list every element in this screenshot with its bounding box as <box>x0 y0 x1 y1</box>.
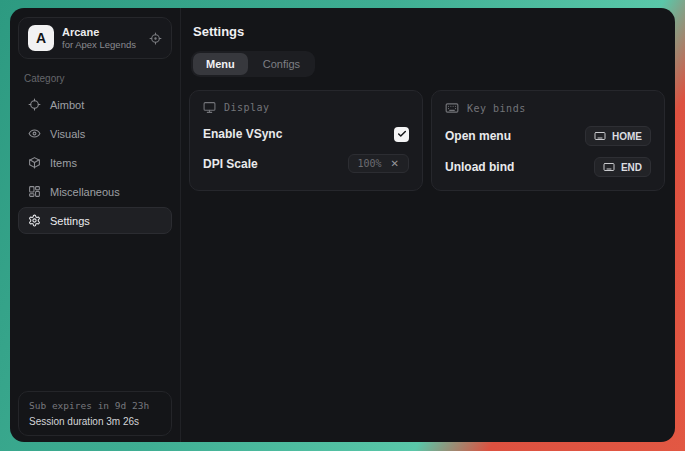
keyboard-icon <box>603 161 615 173</box>
app-window: A Arcane for Apex Legends Category Aimbo… <box>10 8 675 442</box>
sidebar-item-items[interactable]: Items <box>18 149 172 176</box>
target-icon[interactable] <box>149 32 162 45</box>
dpi-label: DPI Scale <box>203 157 258 171</box>
tab-bar: Menu Configs <box>191 51 315 77</box>
sidebar-item-label: Aimbot <box>50 99 84 111</box>
open-menu-label: Open menu <box>445 129 511 143</box>
cube-icon <box>28 156 41 169</box>
monitor-icon <box>203 101 216 114</box>
crosshair-icon <box>28 98 41 111</box>
dpi-row: DPI Scale 100% ✕ <box>203 154 409 173</box>
app-logo: A <box>28 25 54 51</box>
gear-icon <box>28 214 41 227</box>
eye-icon <box>28 127 41 140</box>
sidebar: A Arcane for Apex Legends Category Aimbo… <box>10 8 181 442</box>
keybinds-card-header: Key binds <box>445 101 651 115</box>
open-menu-bind-button[interactable]: HOME <box>585 126 651 146</box>
display-card: Display Enable VSync DPI Scale 100% ✕ <box>189 90 423 191</box>
sidebar-item-miscellaneous[interactable]: Miscellaneous <box>18 178 172 205</box>
page-title: Settings <box>193 24 665 39</box>
app-subtitle: for Apex Legends <box>62 40 136 50</box>
app-brand-card: A Arcane for Apex Legends <box>18 17 172 59</box>
dpi-value[interactable]: 100% <box>349 155 386 172</box>
category-label: Category <box>24 73 166 84</box>
app-title: Arcane <box>62 26 136 38</box>
sidebar-item-label: Items <box>50 157 77 169</box>
open-menu-row: Open menu HOME <box>445 126 651 146</box>
display-card-header: Display <box>203 101 409 114</box>
sidebar-item-label: Settings <box>50 215 90 227</box>
vsync-checkbox[interactable] <box>394 127 409 142</box>
unload-bind-key: END <box>621 162 642 173</box>
app-brand-text: Arcane for Apex Legends <box>62 26 136 51</box>
unload-bind-row: Unload bind END <box>445 157 651 177</box>
sidebar-item-label: Visuals <box>50 128 85 140</box>
unload-bind-button[interactable]: END <box>594 157 651 177</box>
keyboard-icon <box>594 130 606 142</box>
sidebar-item-label: Miscellaneous <box>50 186 120 198</box>
sub-expires-text: Sub expires in 9d 23h <box>29 400 161 411</box>
vsync-label: Enable VSync <box>203 127 282 141</box>
open-menu-bind-key: HOME <box>612 131 642 142</box>
unload-bind-label: Unload bind <box>445 160 514 174</box>
keyboard-icon <box>445 101 459 115</box>
keybinds-card-title: Key binds <box>467 103 526 114</box>
keybinds-card: Key binds Open menu HOME Unload bin <box>431 90 665 191</box>
sidebar-item-settings[interactable]: Settings <box>18 207 172 234</box>
subscription-info-box: Sub expires in 9d 23h Session duration 3… <box>18 391 172 436</box>
tab-configs[interactable]: Configs <box>250 53 313 75</box>
dpi-scale-input[interactable]: 100% ✕ <box>348 154 409 173</box>
clear-icon[interactable]: ✕ <box>386 155 408 172</box>
settings-cards: Display Enable VSync DPI Scale 100% ✕ <box>189 90 665 191</box>
session-duration-text: Session duration 3m 26s <box>29 416 161 427</box>
tab-menu[interactable]: Menu <box>193 53 248 75</box>
grid-icon <box>28 185 41 198</box>
sidebar-item-aimbot[interactable]: Aimbot <box>18 91 172 118</box>
check-icon <box>397 129 407 139</box>
main-content: Settings Menu Configs Display Enable VSy… <box>181 8 675 442</box>
display-card-title: Display <box>224 102 270 113</box>
vsync-row: Enable VSync <box>203 125 409 143</box>
sidebar-item-visuals[interactable]: Visuals <box>18 120 172 147</box>
